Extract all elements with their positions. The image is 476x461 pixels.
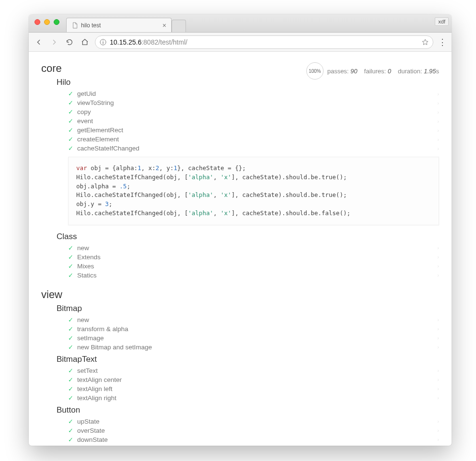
file-icon xyxy=(71,22,78,29)
test-label: new Bitmap and setImage xyxy=(77,344,152,351)
test-row[interactable]: ✓copy› xyxy=(68,107,439,116)
check-icon: ✓ xyxy=(68,367,73,374)
test-row[interactable]: ✓Statics› xyxy=(68,271,439,280)
test-row[interactable]: ✓createElement› xyxy=(68,135,439,144)
test-label: downState xyxy=(77,436,108,443)
close-window-button[interactable] xyxy=(35,19,40,25)
expand-icon[interactable]: › xyxy=(437,118,439,124)
test-row[interactable]: ✓new› xyxy=(68,243,439,253)
test-row[interactable]: ✓upState› xyxy=(68,417,439,426)
group-title[interactable]: Button xyxy=(57,405,439,415)
test-row[interactable]: ✓disabledState› xyxy=(68,444,439,446)
bookmark-icon[interactable] xyxy=(421,38,429,46)
expand-icon[interactable]: › xyxy=(437,344,439,350)
profile-badge[interactable]: xdf xyxy=(435,17,449,26)
expand-icon[interactable]: › xyxy=(437,418,439,424)
test-row[interactable]: ✓cacheStateIfChanged› xyxy=(68,144,439,153)
expand-icon[interactable]: › xyxy=(437,335,439,341)
tests-list: ✓setText›✓textAlign center›✓textAlign le… xyxy=(68,366,439,403)
url-port: :8082 xyxy=(141,38,158,46)
test-row[interactable]: ✓transform & alpha› xyxy=(68,324,439,334)
expand-icon[interactable]: › xyxy=(437,91,439,97)
expand-icon[interactable]: › xyxy=(437,326,439,332)
expand-icon[interactable]: › xyxy=(437,427,439,433)
tab-title: hilo test xyxy=(81,22,160,29)
maximize-window-button[interactable] xyxy=(54,19,59,25)
test-row[interactable]: ✓setImage› xyxy=(68,334,439,343)
url-text: 10.15.25.6:8082/test/html/ xyxy=(110,38,421,46)
check-icon: ✓ xyxy=(68,108,73,115)
test-row[interactable]: ✓event› xyxy=(68,116,439,126)
check-icon: ✓ xyxy=(68,334,73,342)
expand-icon[interactable]: › xyxy=(437,437,439,442)
expand-icon[interactable]: › xyxy=(437,377,439,382)
check-icon: ✓ xyxy=(68,385,73,392)
site-info-icon[interactable] xyxy=(99,38,107,46)
test-label: Extends xyxy=(77,254,101,261)
back-button[interactable] xyxy=(34,37,44,47)
failures-stat[interactable]: failures: 0 xyxy=(364,68,391,75)
expand-icon[interactable]: › xyxy=(437,368,439,373)
address-bar[interactable]: 10.15.25.6:8082/test/html/ xyxy=(95,35,433,49)
test-label: new xyxy=(77,244,89,252)
window-titlebar: hilo test × xdf xyxy=(29,14,452,33)
expand-icon[interactable]: › xyxy=(437,254,439,260)
passes-stat[interactable]: passes: 90 xyxy=(327,68,358,75)
new-tab-button[interactable] xyxy=(172,20,186,32)
check-icon: ✓ xyxy=(68,445,73,446)
test-row[interactable]: ✓overState› xyxy=(68,426,439,435)
minimize-window-button[interactable] xyxy=(44,19,50,25)
test-row[interactable]: ✓Mixes› xyxy=(68,262,439,271)
expand-icon[interactable]: › xyxy=(437,109,439,115)
check-icon: ✓ xyxy=(68,418,73,425)
traffic-lights xyxy=(35,19,59,25)
test-row[interactable]: ✓viewToString› xyxy=(68,98,439,107)
browser-menu-button[interactable]: ⋮ xyxy=(438,38,447,46)
test-row[interactable]: ✓textAlign left› xyxy=(68,384,439,393)
expand-icon[interactable]: › xyxy=(437,137,439,142)
expand-icon[interactable]: › xyxy=(437,272,439,278)
group-title[interactable]: BitmapText xyxy=(57,355,439,364)
expand-icon[interactable]: › xyxy=(437,146,439,151)
group-title[interactable]: Bitmap xyxy=(57,304,439,313)
browser-tab[interactable]: hilo test × xyxy=(66,18,172,32)
group-title[interactable]: Class xyxy=(57,232,439,242)
test-row[interactable]: ✓downState› xyxy=(68,435,439,444)
code-block: var obj = {alpha:1, x:2, y:1}, cacheStat… xyxy=(68,157,439,225)
forward-button[interactable] xyxy=(49,37,59,47)
tests-list: ✓upState›✓overState›✓downState›✓disabled… xyxy=(68,417,439,446)
test-row[interactable]: ✓Extends› xyxy=(68,253,439,262)
check-icon: ✓ xyxy=(68,127,73,134)
test-row[interactable]: ✓new› xyxy=(68,315,439,324)
test-row[interactable]: ✓setText› xyxy=(68,366,439,375)
expand-icon[interactable]: › xyxy=(437,395,439,401)
check-icon: ✓ xyxy=(68,325,73,333)
expand-icon[interactable]: › xyxy=(437,317,439,323)
test-label: textAlign right xyxy=(77,394,116,402)
test-row[interactable]: ✓textAlign right› xyxy=(68,393,439,403)
expand-icon[interactable]: › xyxy=(437,100,439,106)
tests-list: ✓getUid›✓viewToString›✓copy›✓event›✓getE… xyxy=(68,89,439,153)
test-row[interactable]: ✓getElementRect› xyxy=(68,126,439,135)
test-row[interactable]: ✓textAlign center› xyxy=(68,375,439,384)
check-icon: ✓ xyxy=(68,244,73,252)
check-icon: ✓ xyxy=(68,436,73,443)
test-label: textAlign left xyxy=(77,385,113,392)
test-label: setImage xyxy=(77,334,104,342)
test-label: textAlign center xyxy=(77,376,122,383)
expand-icon[interactable]: › xyxy=(437,386,439,392)
test-row[interactable]: ✓getUid› xyxy=(68,89,439,98)
suite-title[interactable]: view xyxy=(41,288,439,301)
expand-icon[interactable]: › xyxy=(437,263,439,269)
test-label: event xyxy=(77,117,93,125)
tests-list: ✓new›✓transform & alpha›✓setImage›✓new B… xyxy=(68,315,439,352)
test-label: getUid xyxy=(77,90,96,97)
expand-icon[interactable]: › xyxy=(437,245,439,251)
url-host: 10.15.25.6 xyxy=(110,38,141,46)
close-tab-icon[interactable]: × xyxy=(163,22,166,29)
home-button[interactable] xyxy=(80,37,90,47)
test-row[interactable]: ✓new Bitmap and setImage› xyxy=(68,343,439,352)
reload-button[interactable] xyxy=(64,37,75,47)
expand-icon[interactable]: › xyxy=(437,127,439,133)
check-icon: ✓ xyxy=(68,254,73,261)
